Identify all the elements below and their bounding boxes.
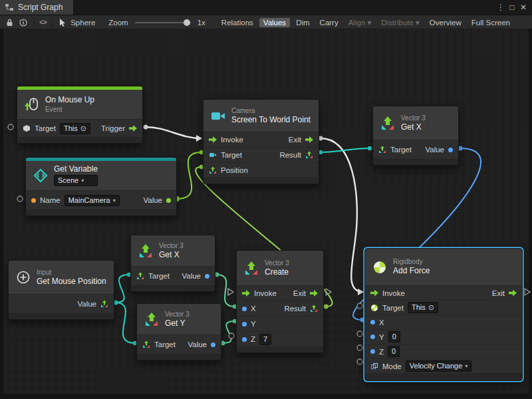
float-output-port[interactable] [205, 274, 209, 279]
wire-gety-to-create-y [223, 321, 235, 343]
float-output-port[interactable] [448, 148, 453, 152]
chevron-down-icon: ▾ [465, 362, 467, 370]
vector3-port-icon[interactable] [142, 340, 150, 348]
carry-button[interactable]: Carry [316, 18, 342, 27]
overview-button[interactable]: Overview [426, 18, 466, 27]
unconnected-port[interactable] [357, 345, 362, 350]
vector3-port-icon[interactable] [136, 272, 144, 280]
value-port[interactable] [324, 305, 329, 309]
target-picker-icon[interactable]: ⊙ [428, 303, 434, 312]
unity-script-graph-window: Script Graph ⋮ □ ✕ <> Sphere Zoom 1x Rel… [0, 0, 532, 399]
graph-canvas[interactable]: On Mouse Up Event Target This⊙ Trigger [0, 29, 532, 399]
unconnected-port[interactable] [229, 333, 234, 338]
port-label-target: Target [35, 124, 56, 132]
node-header: Vector 3 Get X [373, 106, 458, 140]
value-port[interactable] [368, 146, 372, 150]
z-value-field[interactable]: 0 [388, 346, 400, 357]
vector3-port-icon[interactable] [378, 146, 386, 154]
node-screen-to-world-point[interactable]: Camera Screen To World Point Invoke Exit… [203, 99, 319, 184]
string-port[interactable] [31, 198, 36, 203]
camera-icon [210, 108, 226, 124]
float-input-port[interactable] [370, 349, 375, 354]
node-get-x-top[interactable]: Vector 3 Get X Target Value [372, 106, 459, 166]
vector3-port-icon[interactable] [310, 305, 318, 313]
dim-button[interactable]: Dim [292, 18, 313, 27]
variable-name-dropdown[interactable]: MainCamera▾ [65, 195, 120, 206]
flow-output-port[interactable] [509, 290, 517, 297]
node-create-vector3[interactable]: Vector 3 Create Invoke Exit X Result [236, 250, 324, 353]
float-output-port[interactable] [211, 342, 215, 347]
port-label-z: Z [379, 348, 384, 356]
distribute-button[interactable]: Distribute ▾ [377, 17, 424, 28]
port-row: X [365, 315, 522, 329]
unconnected-flow-port[interactable] [326, 289, 331, 295]
port-label-invoke: Invoke [254, 289, 277, 297]
vector3-port-icon[interactable] [100, 300, 108, 308]
port-row: Target This⊙ [365, 300, 522, 315]
node-get-x-mid[interactable]: Vector 3 Get X Target Value [130, 235, 215, 292]
port-label-target: Target [154, 340, 176, 348]
node-category: Vector 3 [401, 114, 426, 122]
flow-output-port[interactable] [129, 125, 137, 132]
float-input-port[interactable] [242, 337, 247, 342]
flow-port[interactable] [144, 125, 148, 130]
float-input-port[interactable] [370, 334, 375, 339]
z-value-field[interactable]: 7 [259, 334, 271, 345]
unconnected-port[interactable] [357, 303, 362, 309]
port-row: X Result [237, 301, 323, 316]
window-close-icon[interactable]: ✕ [518, 3, 529, 12]
window-maximize-icon[interactable]: □ [507, 3, 517, 12]
node-add-force[interactable]: Rigidbody Add Force Invoke Exit Target [364, 248, 523, 381]
target-picker-icon[interactable]: ⊙ [80, 124, 86, 133]
target-value-chip[interactable]: This⊙ [408, 302, 438, 313]
zoom-slider[interactable] [135, 22, 191, 23]
float-input-port[interactable] [370, 320, 375, 325]
canvas-edge [0, 394, 532, 399]
node-get-mouse-position[interactable]: Input Get Mouse Position Value [8, 260, 114, 320]
flow-input-port[interactable] [370, 290, 378, 297]
node-get-variable[interactable]: Get Variable Scene▾ Name MainCamera▾ Val… [25, 157, 177, 216]
zoom-value: 1x [198, 19, 205, 27]
node-footer [9, 313, 114, 319]
relations-button[interactable]: Relations [217, 18, 257, 27]
port-row: Name MainCamera▾ Value [26, 190, 176, 209]
graph-owner-label[interactable]: Sphere [70, 19, 95, 27]
object-output-port[interactable] [166, 198, 171, 203]
unconnected-port[interactable] [357, 331, 362, 336]
unconnected-port[interactable] [8, 124, 13, 130]
node-header: Camera Screen To World Point [203, 100, 319, 132]
window-menu-icon[interactable]: ⋮ [495, 3, 506, 12]
node-title: Get Mouse Position [37, 277, 106, 286]
force-mode-dropdown[interactable]: Velocity Change▾ [406, 360, 472, 372]
vector3-port-icon[interactable] [305, 151, 313, 159]
float-input-port[interactable] [242, 307, 247, 311]
flow-input-port[interactable] [209, 136, 217, 143]
align-button[interactable]: Align ▾ [344, 17, 376, 28]
flow-input-port[interactable] [242, 290, 250, 297]
flow-output-port[interactable] [310, 290, 318, 297]
port-row: Target Value [373, 140, 458, 159]
float-input-port[interactable] [242, 322, 247, 327]
vector3-port-icon[interactable] [209, 166, 217, 174]
variable-scope-dropdown[interactable]: Scene▾ [54, 175, 98, 186]
values-button[interactable]: Values [259, 18, 290, 27]
port-row: Z7 [237, 331, 323, 346]
zoom-slider-handle[interactable] [184, 19, 190, 26]
node-get-y[interactable]: Vector 3 Get Y Target Value [136, 303, 221, 360]
node-title: Get X [159, 251, 184, 259]
y-value-field[interactable]: 0 [388, 331, 400, 342]
flow-output-port[interactable] [305, 136, 313, 143]
node-footer [237, 346, 323, 352]
unconnected-port[interactable] [17, 196, 23, 201]
toolbar-separator [51, 17, 52, 27]
unconnected-flow-port[interactable] [228, 289, 233, 295]
tab-script-graph[interactable]: Script Graph [0, 0, 74, 15]
fullscreen-button[interactable]: Full Screen [467, 18, 514, 27]
node-on-mouse-up[interactable]: On Mouse Up Event Target This⊙ Trigger [17, 86, 143, 144]
lock-icon[interactable] [3, 17, 15, 28]
target-value-chip[interactable]: This⊙ [60, 123, 90, 134]
chevron-down-icon: ▾ [113, 196, 116, 205]
info-icon[interactable] [17, 17, 29, 28]
code-view-icon[interactable]: <> [39, 19, 47, 27]
unconnected-port[interactable] [357, 359, 362, 364]
